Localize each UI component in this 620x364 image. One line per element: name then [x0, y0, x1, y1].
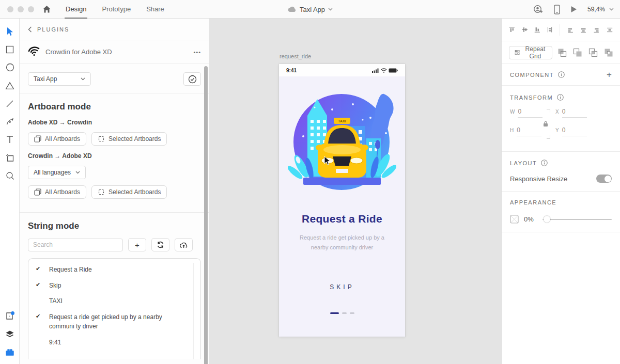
tab-prototype[interactable]: Prototype: [102, 0, 131, 19]
transform-section-title: TRANSFORM: [510, 94, 553, 101]
y-label: Y: [555, 126, 559, 133]
select-tool[interactable]: [0, 22, 20, 40]
align-right-icon[interactable]: [593, 26, 599, 34]
boolean-exclude-icon[interactable]: [604, 48, 613, 57]
string-row[interactable]: TAXI: [28, 293, 200, 309]
page-dot: [342, 312, 347, 314]
align-vertical-center-icon[interactable]: [522, 25, 528, 34]
design-canvas[interactable]: request_ride 9:41: [209, 19, 501, 364]
layers-panel-toggle[interactable]: [0, 325, 20, 343]
text-icon: [6, 136, 13, 144]
selected-artboards-up-button[interactable]: Selected Artboards: [91, 132, 167, 146]
search-input[interactable]: [28, 239, 123, 251]
string-row[interactable]: ✔ Request a Ride: [28, 262, 200, 278]
plugins-panel-toggle[interactable]: [0, 307, 20, 325]
document-title[interactable]: Taxi App: [300, 6, 325, 13]
info-icon[interactable]: [558, 71, 565, 78]
plugins-launcher[interactable]: [0, 343, 20, 361]
polygon-tool[interactable]: [0, 76, 20, 94]
responsive-resize-toggle[interactable]: [596, 175, 612, 183]
ellipse-icon: [6, 63, 14, 72]
string-row[interactable]: ✔ Skip: [28, 278, 200, 294]
info-icon[interactable]: [557, 94, 564, 101]
zoom-control[interactable]: 59,4%: [587, 6, 614, 13]
home-icon: [42, 5, 51, 13]
project-select[interactable]: Taxi App: [28, 72, 91, 86]
zoom-tool[interactable]: [0, 167, 20, 185]
repeat-grid-label: Repeat Grid: [524, 45, 547, 60]
refresh-strings-button[interactable]: [151, 238, 169, 251]
opacity-slider[interactable]: [542, 216, 612, 223]
add-string-button[interactable]: +: [128, 238, 146, 251]
languages-select[interactable]: All languages: [28, 166, 86, 179]
strings-list[interactable]: ✔ Request a Ride ✔ Skip TAXI ✔ Request a…: [28, 258, 201, 359]
polygon-icon: [5, 82, 14, 90]
distribute-vertical-icon[interactable]: [547, 25, 552, 34]
toolbar-right-actions: 59,4%: [533, 0, 614, 19]
align-bottom-icon[interactable]: [534, 25, 540, 34]
opacity-value[interactable]: 0%: [524, 215, 537, 223]
string-text: Request a ride get picked up by a nearby…: [49, 312, 188, 331]
opacity-icon: [510, 215, 519, 224]
opacity-slider-handle[interactable]: [544, 216, 550, 223]
window-zoom-button[interactable]: [28, 6, 34, 12]
home-button[interactable]: [42, 5, 51, 13]
y-field[interactable]: Y 0: [555, 126, 587, 136]
alignment-toolbar: [502, 19, 620, 41]
ellipse-tool[interactable]: [0, 58, 20, 76]
height-field[interactable]: H 0: [510, 126, 541, 136]
align-horizontal-center-icon[interactable]: [580, 26, 586, 34]
crowdin-to-xd-label: Crowdin → Adobe XD: [28, 152, 201, 160]
tab-share[interactable]: Share: [146, 0, 164, 19]
all-artboards-up-button[interactable]: All Artboards: [28, 132, 86, 146]
plugin-more-icon[interactable]: •••: [193, 49, 201, 55]
upload-strings-button[interactable]: [175, 238, 193, 251]
copy-stack-icon: [34, 188, 41, 196]
window-close-button[interactable]: [7, 6, 13, 12]
window-minimize-button[interactable]: [18, 6, 24, 12]
string-row[interactable]: ✔ Request a ride get picked up by a near…: [28, 309, 200, 335]
panel-scrollbar[interactable]: [204, 66, 208, 364]
boolean-add-icon[interactable]: [557, 48, 567, 57]
string-check-icon: [36, 296, 49, 297]
xd-to-crowdin-label: Adobe XD → Crowdin: [28, 119, 201, 126]
window-controls[interactable]: [7, 6, 34, 12]
tool-rail: [0, 19, 20, 364]
x-label: X: [555, 108, 559, 115]
x-field[interactable]: X 0: [555, 108, 587, 118]
boolean-intersect-icon[interactable]: [588, 48, 598, 57]
boolean-subtract-icon[interactable]: [573, 48, 582, 57]
pen-tool[interactable]: [0, 113, 20, 131]
rectangle-tool[interactable]: [0, 40, 20, 58]
skip-button[interactable]: SKIP: [279, 283, 405, 291]
align-left-icon[interactable]: [567, 26, 574, 34]
aspect-lock[interactable]: [544, 109, 551, 139]
info-icon[interactable]: [541, 160, 548, 166]
confirm-project-button[interactable]: [183, 72, 201, 86]
repeat-grid-button[interactable]: Repeat Grid: [509, 46, 552, 59]
align-top-icon[interactable]: [509, 25, 515, 34]
line-tool[interactable]: [0, 94, 20, 113]
artboard-name[interactable]: request_ride: [280, 53, 311, 59]
height-value[interactable]: 0: [517, 126, 541, 136]
device-preview-icon[interactable]: [554, 5, 560, 14]
width-field[interactable]: W 0: [510, 108, 542, 118]
selected-artboards-down-button[interactable]: Selected Artboards: [91, 185, 167, 199]
signal-bars-icon: [372, 68, 379, 73]
artboard-request-ride[interactable]: 9:41: [279, 64, 405, 337]
width-value[interactable]: 0: [518, 108, 542, 118]
back-chevron-icon[interactable]: [28, 26, 32, 33]
artboard-tool[interactable]: [0, 149, 20, 167]
all-artboards-down-button[interactable]: All Artboards: [28, 185, 86, 199]
add-component-button[interactable]: +: [607, 70, 612, 80]
string-row[interactable]: 9:41: [28, 335, 200, 351]
play-preview-icon[interactable]: [570, 6, 577, 13]
y-value[interactable]: 0: [562, 126, 587, 136]
x-value[interactable]: 0: [562, 108, 587, 118]
distribute-horizontal-icon[interactable]: [607, 26, 613, 34]
select-cursor-icon: [6, 27, 14, 36]
invite-user-icon[interactable]: [533, 5, 544, 14]
phone-status-bar: 9:41: [279, 64, 405, 76]
tab-design[interactable]: Design: [66, 0, 86, 19]
text-tool[interactable]: [0, 131, 20, 149]
